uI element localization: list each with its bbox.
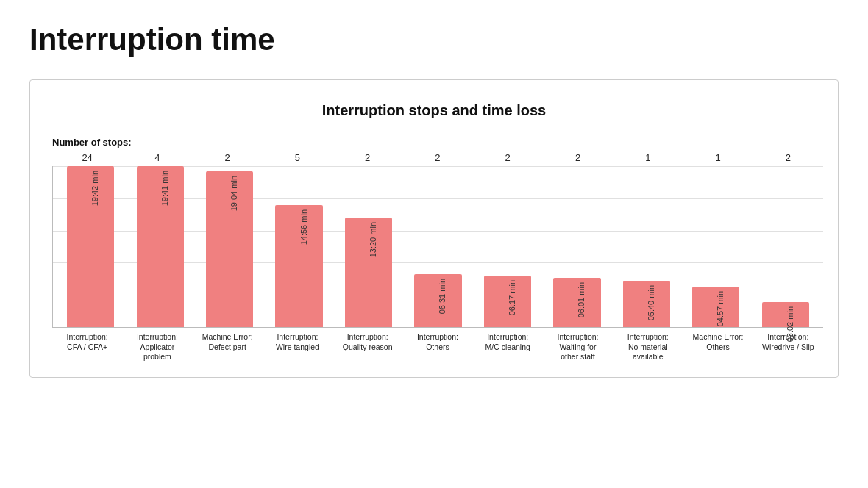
- bar-wrapper: 13:20 min: [334, 166, 403, 327]
- stop-count: 2: [753, 152, 823, 163]
- bar: 06:17 min: [484, 276, 531, 327]
- bar: 06:31 min: [414, 274, 461, 327]
- bar: 06:01 min: [553, 278, 600, 327]
- bar-time-label: 13:20 min: [369, 222, 377, 257]
- bar-time-label: 06:01 min: [577, 282, 586, 317]
- bar: 13:20 min: [345, 218, 392, 327]
- chart-container: Interruption stops and time loss Number …: [29, 79, 839, 378]
- bar-wrapper: 03:02 min: [751, 166, 820, 327]
- bar: 04:57 min: [692, 287, 739, 327]
- bar-wrapper: 05:40 min: [612, 166, 681, 327]
- bar-time-label: 06:31 min: [438, 279, 447, 314]
- bar: 19:41 min: [137, 166, 184, 327]
- bars-and-grid: 19:42 min19:41 min19:04 min14:56 min13:2…: [52, 166, 823, 328]
- stop-count: 1: [613, 152, 683, 163]
- bars-row: 19:42 min19:41 min19:04 min14:56 min13:2…: [53, 166, 823, 327]
- stop-count: 5: [263, 152, 332, 163]
- bar: 05:40 min: [623, 281, 670, 328]
- bar-xlabel: Interruption:Applicatorproblem: [122, 332, 192, 362]
- labels-row: Interruption:CFA / CFA+Interruption:Appl…: [52, 332, 823, 362]
- bar-time-label: 19:41 min: [160, 171, 169, 206]
- bar-xlabel: Machine Error:Defect part: [193, 332, 263, 362]
- bar-wrapper: 14:56 min: [264, 166, 333, 327]
- bar-wrapper: 06:31 min: [403, 166, 472, 327]
- chart-area: Number of stops: 244252222112 19:42 min1…: [45, 137, 823, 362]
- bar-wrapper: 19:04 min: [195, 166, 264, 327]
- stop-count: 4: [122, 152, 192, 163]
- bar-wrapper: 06:01 min: [542, 166, 611, 327]
- page-title: Interruption time: [29, 22, 839, 57]
- bar: 14:56 min: [275, 205, 322, 327]
- bar-time-label: 06:17 min: [508, 280, 516, 315]
- stop-count: 2: [402, 152, 472, 163]
- bar-time-label: 14:56 min: [299, 209, 308, 245]
- bar-xlabel: Interruption:Quality reason: [332, 332, 402, 362]
- bar-xlabel: Interruption:M/C cleaning: [473, 332, 543, 362]
- stop-count: 2: [543, 152, 613, 163]
- stops-row: 244252222112: [52, 152, 823, 163]
- bar-xlabel: Interruption:Others: [402, 332, 472, 362]
- bar-xlabel: Interruption:No materialavailable: [613, 332, 683, 362]
- stop-count: 2: [332, 152, 402, 163]
- bar-time-label: 04:57 min: [716, 291, 725, 326]
- bar-wrapper: 04:57 min: [681, 166, 750, 327]
- bar-time-label: 19:42 min: [90, 171, 99, 206]
- stops-label: Number of stops:: [52, 137, 823, 148]
- stop-count: 24: [52, 152, 122, 163]
- bar-time-label: 03:02 min: [786, 306, 794, 342]
- bar-xlabel: Interruption:Wire tangled: [263, 332, 332, 362]
- stop-count: 1: [683, 152, 753, 163]
- bar-xlabel: Interruption:CFA / CFA+: [52, 332, 122, 362]
- bar-time-label: 19:04 min: [230, 176, 238, 211]
- bar-xlabel: Machine Error:Others: [683, 332, 753, 362]
- bar-wrapper: 06:17 min: [473, 166, 542, 327]
- bar-wrapper: 19:41 min: [125, 166, 194, 327]
- bar: 19:42 min: [67, 166, 114, 327]
- bar: 03:02 min: [762, 302, 809, 327]
- bar-time-label: 05:40 min: [647, 285, 655, 320]
- bar-xlabel: Interruption:Waiting forother staff: [543, 332, 613, 362]
- bar: 19:04 min: [206, 171, 253, 327]
- bar-wrapper: 19:42 min: [56, 166, 125, 327]
- chart-title: Interruption stops and time loss: [45, 102, 823, 119]
- stop-count: 2: [473, 152, 543, 163]
- stop-count: 2: [193, 152, 263, 163]
